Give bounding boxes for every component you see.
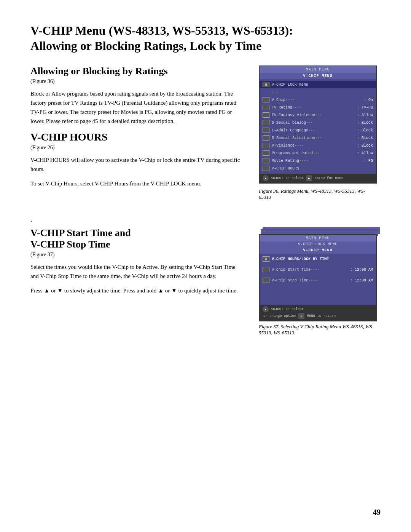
adjust-icon: ✦ <box>263 175 269 181</box>
menu-row-value: : 12:00 AM <box>350 268 373 272</box>
footer-row1: ✦ ADJUST to select <box>263 306 304 312</box>
figure37-menu: MAIN MENU V-CHIP LOCK MENU V-CHIP MENU <box>259 234 377 321</box>
menu-row-value: : Block <box>357 144 373 148</box>
menu-row-label: V-CHIP LOCK menu <box>272 83 373 87</box>
svg-rect-3 <box>266 258 267 259</box>
square-icon <box>263 128 269 133</box>
lock-icon <box>263 82 269 87</box>
section2: V-CHIP HOURS (Figure 26) V-CHIP HOURS wi… <box>30 131 244 188</box>
svg-rect-1 <box>266 83 267 85</box>
section2-figure-ref: (Figure 26) <box>30 145 244 151</box>
enter-icon: ▶ <box>306 175 312 181</box>
menu2-body: V-CHIP HOURS/LOCK BY TIME V-Chip Start T… <box>260 254 376 305</box>
figure36-caption: Figure 36. Ratings Menu, WS-48313, WS-55… <box>259 188 377 200</box>
lock-svg <box>264 257 268 261</box>
lock-icon <box>263 256 269 262</box>
square-icon <box>263 158 269 163</box>
blank-icon <box>263 89 269 95</box>
bottom-right-col: MAIN MENU V-CHIP LOCK MENU V-CHIP MENU <box>259 227 381 336</box>
section1-title: Allowing or Blocking by Ratings <box>30 66 244 77</box>
menu-row-value: : Block <box>357 121 373 125</box>
section2-body1: V-CHIP HOURS will allow you to activate … <box>30 155 244 174</box>
section2-title: V-CHIP HOURS <box>30 131 244 143</box>
menu-row-label: D-Sexual Dialog▪▪▪ <box>272 121 355 125</box>
menu1-subheader: V-CHIP MENU <box>260 73 376 79</box>
table-row: V-Chip▪▪▪▪ : On <box>260 96 376 104</box>
section3-title: V-CHIP Start Time and V-CHIP Stop Time <box>30 227 244 250</box>
menu-icon: ▶ <box>298 313 304 319</box>
bottom-two-col: V-CHIP Start Time and V-CHIP Stop Time (… <box>30 227 381 336</box>
table-row: V-CHIP LOCK menu <box>260 81 376 88</box>
menu-row-label: L-Adult Language▪▪▪ <box>272 128 355 133</box>
spacer-row <box>260 263 376 266</box>
menu-row-label: TV Rating▪▪▪▪ <box>272 105 355 110</box>
menu-row-label: V-Chip Start Time▪▪▪▪ <box>272 268 349 272</box>
menu1-footer: ✦ ADJUST to select ▶ ENTER for menu <box>260 174 376 183</box>
square-icon <box>263 135 269 141</box>
table-row: Programs Not Rated▪▪▪ : Allow <box>260 149 376 157</box>
menu-row-value: : Allow <box>357 151 373 155</box>
menu-row-value: : Block <box>357 128 373 133</box>
section1-body: Block or Allow programs based upon ratin… <box>30 89 244 126</box>
section3-body2: Press ▲ or ▼ to slowly adjust the time. … <box>30 286 244 295</box>
stars-row: ☆ ☆ <box>272 90 373 94</box>
menu-row-value: : TV-PG <box>357 105 373 110</box>
menu-row-label: Programs Not Rated▪▪▪ <box>272 151 355 155</box>
left-column: Allowing or Blocking by Ratings (Figure … <box>30 66 244 200</box>
menu-row-value: : 12:00 AM <box>350 278 373 283</box>
menu2-header: MAIN MENU <box>260 235 376 241</box>
menu1-body: V-CHIP LOCK menu ☆ ☆ V-Chip▪▪▪▪ : On TV … <box>260 79 376 174</box>
square-icon <box>263 105 269 110</box>
menu-row-value: : Allow <box>357 113 373 117</box>
figure37-menu-stack: MAIN MENU V-CHIP LOCK MENU V-CHIP MENU <box>259 227 377 321</box>
figure37-caption: Figure 37. Selecting V-Chip Rating Menu … <box>259 324 377 336</box>
table-row: V-CHIP HOURS <box>260 165 376 172</box>
table-row: FV-Fantasy Violence▪▪▪ : Allow <box>260 111 376 119</box>
square-icon <box>263 166 269 171</box>
menu-row-label: V-Chip▪▪▪▪ <box>272 98 362 102</box>
menu-row-label: FV-Fantasy Violence▪▪▪ <box>272 113 355 117</box>
table-row: V-CHIP HOURS/LOCK BY TIME <box>260 255 376 263</box>
square-icon <box>263 143 269 148</box>
page-title: V-CHIP Menu (WS-48313, WS-55313, WS-6531… <box>30 23 381 53</box>
table-row: V-Chip Stop Time▪▪▪▪ : 12:00 AM <box>260 276 376 284</box>
menu2-subheader2: V-CHIP MENU <box>260 247 376 254</box>
square-icon <box>263 278 269 283</box>
bottom-section: . V-CHIP Start Time and V-CHIP Stop Time… <box>30 216 381 336</box>
lock-svg <box>264 83 268 86</box>
section1-figure-ref: (Figure 36) <box>30 78 244 85</box>
table-row: V-Chip Start Time▪▪▪▪ : 12:00 AM <box>260 266 376 273</box>
menu2-footer: ✦ ADJUST to select or change option ▶ ME… <box>260 305 376 321</box>
footer-row2: or change option ▶ MENU to return <box>263 313 336 319</box>
figure36-menu: MAIN MENU V-CHIP MENU V-CHIP LOCK menu <box>259 66 377 184</box>
table-row: ☆ ☆ <box>260 88 376 96</box>
table-row: TV Rating▪▪▪▪ : TV-PG <box>260 104 376 111</box>
dot-separator: . <box>30 216 381 224</box>
menu-row-label: V-Chip Stop Time▪▪▪▪ <box>272 278 349 283</box>
menu-row-value: : On <box>364 98 373 102</box>
section2-body2: To set V-Chip Hours, select V-CHIP Hours… <box>30 179 244 188</box>
page-number: 49 <box>373 508 381 517</box>
menu-row-label: S-Sexual Situations▪▪▪ <box>272 136 355 140</box>
table-row: S-Sexual Situations▪▪▪ : Block <box>260 134 376 142</box>
square-icon <box>263 267 269 272</box>
square-icon <box>263 150 269 156</box>
menu1-header: MAIN MENU <box>260 66 376 73</box>
bottom-left-col: V-CHIP Start Time and V-CHIP Stop Time (… <box>30 227 244 336</box>
square-icon <box>263 97 269 102</box>
right-column-top: MAIN MENU V-CHIP MENU V-CHIP LOCK menu <box>259 66 381 200</box>
spacer-bottom <box>260 284 376 303</box>
menu-row-value: : Block <box>357 136 373 140</box>
square-icon <box>263 112 269 118</box>
menu-row-label: V-Violence▪▪▪▪ <box>272 144 355 148</box>
table-row: L-Adult Language▪▪▪ : Block <box>260 126 376 134</box>
square-icon <box>263 120 269 125</box>
menu-row-value: : PG <box>364 159 373 163</box>
menu-row-label: Movie Rating▪▪▪▪ <box>272 159 362 163</box>
table-row: V-Violence▪▪▪▪ : Block <box>260 142 376 149</box>
spacer-row <box>260 273 376 276</box>
inner-header: V-CHIP HOURS/LOCK BY TIME <box>272 257 373 261</box>
adjust-icon: ✦ <box>263 306 269 312</box>
menu2-subheader1: V-CHIP LOCK MENU <box>260 241 376 247</box>
table-row: D-Sexual Dialog▪▪▪ : Block <box>260 119 376 126</box>
